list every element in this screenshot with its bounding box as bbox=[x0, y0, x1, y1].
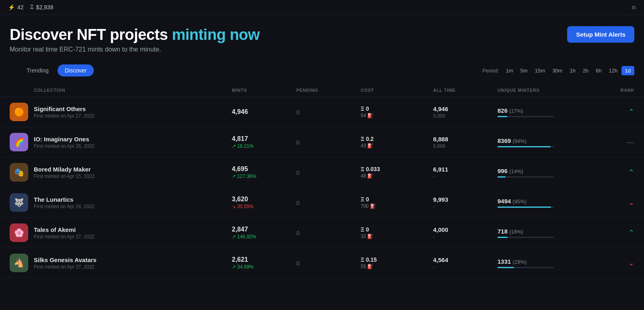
hero-section: Discover NFT projects minting now Monito… bbox=[0, 15, 644, 60]
mint-change: ↗ 18.21% bbox=[232, 143, 296, 149]
alltime-sub: - bbox=[433, 264, 497, 270]
col-cost: Ξ 0 54 ⛽ bbox=[361, 105, 433, 118]
collection-name: The Lunartics bbox=[34, 196, 95, 203]
period-bar: Period: 1m 5m 15m 30m 1h 2h 6h 12h 1d bbox=[483, 66, 635, 75]
collection-name: Tales of Akemi bbox=[34, 226, 95, 233]
unique-bar-wrap bbox=[497, 237, 554, 238]
table-row[interactable]: 🌸 Tales of Akemi First minted on Apr 27,… bbox=[0, 218, 644, 248]
period-1d[interactable]: 1d bbox=[621, 66, 634, 75]
col-cost: Ξ 0 700 ⛽ bbox=[361, 196, 433, 209]
period-15m[interactable]: 15m bbox=[531, 66, 549, 75]
col-rank: ⌃ bbox=[586, 107, 634, 116]
nav-period-row: Trending Discover Period: 1m 5m 15m 30m … bbox=[0, 60, 644, 79]
unique-bar bbox=[497, 146, 551, 147]
col-mints: 2,621 ↗ 34.69% bbox=[232, 256, 296, 270]
user-avatar-label: Ih bbox=[632, 4, 636, 10]
table-row[interactable]: 🎭 Bored Milady Maker First minted on Apr… bbox=[0, 157, 644, 188]
rank-neutral-icon: — bbox=[627, 138, 634, 147]
collection-info: Silks Genesis Avatars First minted on Ap… bbox=[34, 256, 232, 270]
unique-bar-wrap bbox=[497, 267, 554, 268]
collection-sub: First minted on Apr 27, 2022 bbox=[34, 264, 97, 270]
cost-gas: 55 ⛽ bbox=[361, 264, 433, 269]
unique-pct: (95%) bbox=[513, 198, 527, 205]
alltime-main: 4,564 bbox=[433, 256, 497, 263]
col-rank: ⌃ bbox=[586, 228, 634, 237]
unique-pct: (29%) bbox=[513, 259, 527, 265]
alltime-sub: 8,888 bbox=[433, 143, 497, 149]
mint-count: 4,695 bbox=[232, 165, 296, 173]
alltime-sub: - bbox=[433, 234, 497, 240]
mint-count: 2,621 bbox=[232, 256, 296, 263]
period-1h[interactable]: 1h bbox=[566, 66, 579, 75]
unique-bar bbox=[497, 267, 514, 268]
col-pending: 0 bbox=[296, 199, 361, 206]
mint-change: ↘ 35.55% bbox=[232, 204, 296, 209]
col-alltime: 6,911 - bbox=[433, 166, 497, 179]
collection-sub: First minted on Apr 27, 2022 bbox=[34, 113, 95, 119]
col-unique: 9494 (95%) bbox=[497, 198, 586, 208]
col-alltime: 4,564 - bbox=[433, 256, 497, 270]
tab-trending[interactable]: Trending bbox=[19, 64, 56, 76]
rank-up-icon: ⌃ bbox=[628, 107, 634, 116]
period-30m[interactable]: 30m bbox=[549, 66, 566, 75]
period-label: Period: bbox=[483, 68, 499, 74]
mint-change: ↗ 127.36% bbox=[232, 174, 296, 179]
collection-avatar: 🌸 bbox=[10, 223, 34, 242]
cost-main: Ξ 0 bbox=[361, 196, 433, 203]
collection-avatar: 🟠 bbox=[10, 103, 34, 121]
col-header-mints: MINTS bbox=[232, 88, 296, 93]
cost-main: Ξ 0.2 bbox=[361, 136, 433, 142]
unique-bar bbox=[497, 207, 551, 208]
col-rank: ⌄ bbox=[586, 258, 634, 267]
table-header: COLLECTION MINTS PENDING COST ALL TIME U… bbox=[0, 84, 644, 97]
hero-subtitle: Monitor real time ERC-721 mints down to … bbox=[10, 46, 634, 53]
cost-gas: 54 ⛽ bbox=[361, 113, 433, 118]
col-rank: ⌃ bbox=[586, 168, 634, 177]
unique-bar bbox=[497, 116, 507, 117]
cost-main: Ξ 0.033 bbox=[361, 166, 433, 172]
period-5m[interactable]: 5m bbox=[517, 66, 531, 75]
collection-sub: First minted on Apr 15, 2022 bbox=[34, 174, 95, 179]
collection-info: Tales of Akemi First minted on Apr 27, 2… bbox=[34, 226, 232, 240]
table-row[interactable]: 🟠 Significant Others First minted on Apr… bbox=[0, 97, 644, 127]
table-row[interactable]: 🌈 IO: Imaginary Ones First minted on Apr… bbox=[0, 127, 644, 157]
period-1m[interactable]: 1m bbox=[502, 66, 517, 75]
unique-pct: (18%) bbox=[509, 229, 523, 235]
col-pending: 0 bbox=[296, 229, 361, 236]
col-header-cost: COST bbox=[361, 88, 433, 93]
mint-count: 4,817 bbox=[232, 135, 296, 143]
col-mints: 4,817 ↗ 18.21% bbox=[232, 135, 296, 149]
hero-title: Discover NFT projects minting now bbox=[10, 26, 634, 43]
col-alltime: 4,000 - bbox=[433, 226, 497, 240]
col-header-rank: RANK bbox=[586, 88, 634, 93]
cost-gas: 700 ⛽ bbox=[361, 203, 433, 209]
col-mints: 4,695 ↗ 127.36% bbox=[232, 165, 296, 179]
setup-mint-alerts-button[interactable]: Setup Mint Alerts bbox=[567, 26, 634, 43]
table-row[interactable]: 🐺 The Lunartics First minted on Apr 26, … bbox=[0, 188, 644, 218]
rank-up-icon: ⌃ bbox=[628, 228, 634, 237]
period-2h[interactable]: 2h bbox=[579, 66, 592, 75]
col-pending: 0 bbox=[296, 139, 361, 146]
collection-avatar: 🐴 bbox=[10, 254, 34, 272]
collection-avatar: 🎭 bbox=[10, 163, 34, 182]
collection-avatar: 🌈 bbox=[10, 133, 34, 151]
collection-info: Bored Milady Maker First minted on Apr 1… bbox=[34, 166, 232, 179]
collection-sub: First minted on Apr 26, 2022 bbox=[34, 143, 95, 149]
lightning-icon: ⚡ bbox=[8, 4, 15, 10]
col-rank: — bbox=[586, 138, 634, 147]
col-unique: 1331 (29%) bbox=[497, 258, 586, 268]
period-12h[interactable]: 12h bbox=[605, 66, 621, 75]
unique-count: 1331 (29%) bbox=[497, 258, 586, 265]
cost-gas: 32 ⛽ bbox=[361, 234, 433, 239]
tab-discover[interactable]: Discover bbox=[58, 64, 94, 76]
col-cost: Ξ 0.033 48 ⛽ bbox=[361, 166, 433, 179]
collection-info: IO: Imaginary Ones First minted on Apr 2… bbox=[34, 136, 232, 149]
table-row[interactable]: 🐴 Silks Genesis Avatars First minted on … bbox=[0, 248, 644, 278]
col-rank: ⌄ bbox=[586, 198, 634, 207]
nav-tabs: Trending Discover bbox=[10, 64, 103, 76]
unique-bar-wrap bbox=[497, 176, 554, 178]
unique-count: 8369 (94%) bbox=[497, 137, 586, 144]
unique-count: 826 (17%) bbox=[497, 107, 586, 114]
collection-info: The Lunartics First minted on Apr 26, 20… bbox=[34, 196, 232, 209]
period-6h[interactable]: 6h bbox=[592, 66, 605, 75]
